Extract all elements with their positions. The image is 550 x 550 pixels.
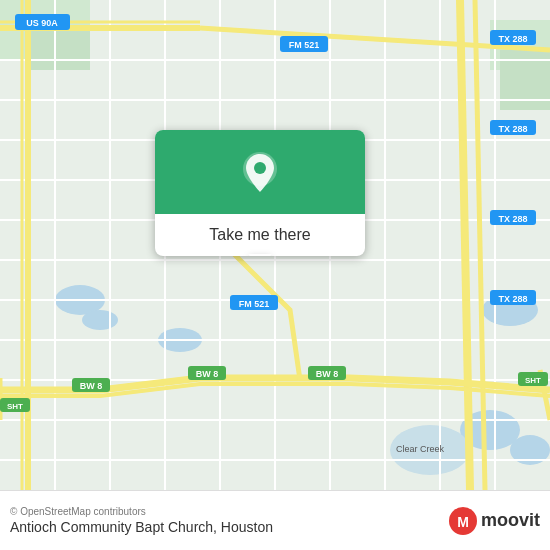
- moovit-icon: M: [448, 506, 478, 536]
- svg-text:TX 288: TX 288: [498, 214, 527, 224]
- location-pin-icon: [241, 152, 279, 196]
- bottom-left: © OpenStreetMap contributors Antioch Com…: [10, 506, 273, 535]
- moovit-logo: M moovit: [448, 506, 540, 536]
- svg-text:SHT: SHT: [7, 402, 23, 411]
- svg-text:TX 288: TX 288: [498, 294, 527, 304]
- svg-point-6: [82, 310, 118, 330]
- svg-text:FM 521: FM 521: [289, 40, 320, 50]
- svg-text:BW 8: BW 8: [316, 369, 339, 379]
- svg-text:TX 288: TX 288: [498, 34, 527, 44]
- svg-text:TX 288: TX 288: [498, 124, 527, 134]
- svg-text:M: M: [457, 514, 469, 530]
- svg-text:Clear Creek: Clear Creek: [396, 444, 445, 454]
- card-header: [155, 130, 365, 214]
- svg-text:SHT: SHT: [525, 376, 541, 385]
- svg-text:BW 8: BW 8: [196, 369, 219, 379]
- location-name: Antioch Community Bapt Church, Houston: [10, 519, 273, 535]
- svg-text:US 90A: US 90A: [26, 18, 58, 28]
- moovit-text: moovit: [481, 510, 540, 531]
- svg-text:BW 8: BW 8: [80, 381, 103, 391]
- svg-point-67: [254, 162, 266, 174]
- bottom-bar: © OpenStreetMap contributors Antioch Com…: [0, 490, 550, 550]
- take-me-there-button[interactable]: Take me there: [155, 214, 365, 256]
- take-me-there-card[interactable]: Take me there: [155, 130, 365, 256]
- map-area: US 90A FM 521 TX 288 TX 288 TX 288 TX 28…: [0, 0, 550, 490]
- osm-attribution: © OpenStreetMap contributors: [10, 506, 273, 517]
- card-pointer: [248, 254, 272, 256]
- svg-rect-2: [30, 30, 90, 70]
- svg-text:FM 521: FM 521: [239, 299, 270, 309]
